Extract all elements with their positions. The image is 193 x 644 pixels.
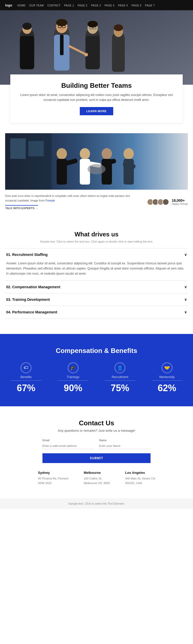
svg-point-5 [22, 23, 32, 30]
accordion-title-2: 02. Compensation Management [6, 285, 60, 289]
compensation-title: Compensation & Benefits [5, 347, 188, 355]
svg-point-24 [114, 24, 123, 31]
avatar [162, 199, 169, 205]
office-address-la: 340 Main St, Venice CA 902291, USA [125, 476, 155, 486]
accordion-header-2[interactable]: 02. Compensation Management ∨ [5, 281, 188, 293]
nav-page5[interactable]: PAGE 5 [118, 4, 128, 7]
name-input[interactable] [99, 443, 151, 449]
svg-rect-4 [20, 36, 34, 69]
nav-page4[interactable]: PAGE 4 [104, 4, 114, 7]
accordion-title-3: 03. Training Development [6, 297, 50, 302]
team-stats: 18,000+ Happy Hirings [147, 198, 188, 205]
avatars-group [147, 199, 169, 205]
offices: Sydney 45 Pirrama Rd, Pyrmont NSW 2022 M… [5, 471, 188, 486]
team-image [5, 133, 188, 190]
nav-page1[interactable]: PAGE 1 [64, 4, 74, 7]
comp-item-mentorship: 🤝 Mentorship 62% [152, 362, 182, 393]
nav-page2[interactable]: PAGE 2 [78, 4, 87, 7]
stats-text: 18,000+ Happy Hirings [172, 198, 188, 205]
svg-rect-42 [10, 138, 26, 159]
svg-rect-16 [85, 36, 100, 69]
team-section: Duis aute irure dolor in reprehenderit i… [0, 133, 193, 210]
email-input[interactable] [42, 443, 94, 449]
team-body-text: Duis aute irure dolor in reprehenderit i… [5, 194, 142, 203]
what-drives-title: What drives us [5, 231, 188, 238]
intro-description: Lorem ipsum dolor sit amet, consectetur … [18, 93, 175, 102]
accordion-header-3[interactable]: 03. Training Development ∨ [5, 293, 188, 306]
comp-item-benefits: 🏷 Benefits 67% [11, 362, 41, 393]
stats-number: 18,000+ [172, 198, 188, 203]
accordion-body-1: Answer. Lorem ipsum dolor sit amet, cons… [5, 261, 188, 281]
svg-rect-43 [28, 141, 44, 156]
footer: Sample text. Click to select the Text El… [0, 498, 193, 509]
svg-point-20 [87, 21, 98, 27]
benefits-percent: 67% [11, 383, 41, 393]
team-text-block: Duis aute irure dolor in reprehenderit i… [5, 194, 147, 210]
contact-form: Email Name [42, 439, 151, 449]
email-label: Email [42, 439, 94, 442]
recruitment-percent: 75% [104, 383, 135, 393]
svg-rect-9 [60, 35, 64, 55]
contact-section: Contact Us Any questions or remarks? Jus… [0, 406, 193, 498]
mentorship-percent: 62% [152, 383, 182, 393]
learn-more-button[interactable]: LEARN MORE [80, 107, 113, 115]
team-info: Duis aute irure dolor in reprehenderit i… [5, 194, 188, 210]
svg-point-13 [56, 19, 67, 26]
hero-image [0, 10, 193, 85]
submit-button[interactable]: SUBMIT [42, 453, 151, 463]
office-la: Los Angeles 340 Main St, Venice CA 90229… [125, 471, 155, 486]
contact-title: Contact Us [5, 419, 188, 427]
mentorship-icon: 🤝 [162, 362, 172, 373]
office-city-melbourne: Melbourne [84, 471, 110, 475]
svg-rect-23 [112, 39, 125, 72]
freepik-link[interactable]: Freepik [46, 199, 55, 202]
contact-tagline: Any questions or remarks? Just write us … [5, 429, 188, 432]
recruitment-icon: 👤 [115, 362, 125, 373]
compensation-section: Compensation & Benefits 🏷 Benefits 67% 🎓… [0, 334, 193, 406]
accordion-title-1: 01. Recruitment Staffing [6, 253, 48, 257]
accordion-arrow-2: ∨ [184, 285, 187, 289]
svg-point-37 [124, 148, 134, 159]
accordion-item-1: 01. Recruitment Staffing ∨ Answer. Lorem… [5, 248, 188, 281]
trainings-label: Trainings [58, 375, 89, 381]
svg-point-34 [102, 148, 112, 159]
nav-home[interactable]: HOME [17, 4, 25, 7]
what-drives-section: What drives us Sample text. Click to sel… [0, 223, 193, 326]
footer-text: Sample text. Click to select the Text El… [5, 502, 188, 505]
nav-page3[interactable]: PAGE 3 [91, 4, 101, 7]
nav-page6[interactable]: PAGE 6 [131, 4, 141, 7]
what-drives-subtitle: Sample text. Click to select the text bo… [5, 240, 188, 243]
benefits-label: Benefits [11, 375, 41, 381]
accordion-item-4: 04. Performance Management ∨ [5, 306, 188, 319]
trainings-percent: 90% [58, 383, 89, 393]
trainings-icon: 🎓 [68, 362, 78, 373]
accordion-arrow-1: ∨ [184, 253, 187, 257]
accordion: 01. Recruitment Staffing ∨ Answer. Lorem… [5, 248, 188, 319]
benefits-icon: 🏷 [21, 362, 31, 373]
svg-point-31 [80, 148, 90, 159]
office-city-la: Los Angeles [125, 471, 155, 475]
nav-contact[interactable]: CONTACT [47, 4, 60, 7]
accordion-title-4: 04. Performance Management [6, 310, 57, 314]
name-label: Name [99, 439, 151, 442]
svg-point-26 [84, 53, 88, 56]
accordion-arrow-3: ∨ [184, 297, 187, 302]
accordion-header-4[interactable]: 04. Performance Management ∨ [5, 306, 188, 318]
nav-links: HOME OUR TEAM CONTACT PAGE 1 PAGE 2 PAGE… [17, 3, 155, 7]
office-address-melbourne: 163 Collins St, Melbourne VIC 3000 [84, 476, 110, 486]
comp-item-trainings: 🎓 Trainings 90% [58, 362, 89, 393]
stats-label: Happy Hirings [172, 203, 188, 205]
intro-title: Building Better Teams [18, 82, 175, 90]
nav-page7[interactable]: PAGE 7 [145, 4, 155, 7]
office-address-sydney: 45 Pirrama Rd, Pyrmont NSW 2022 [38, 476, 68, 486]
intro-card: Building Better Teams Lorem ipsum dolor … [10, 74, 183, 123]
nav-our-team[interactable]: OUR TEAM [29, 4, 44, 7]
accordion-arrow-4: ∨ [184, 310, 187, 314]
office-melbourne: Melbourne 163 Collins St, Melbourne VIC … [84, 471, 110, 486]
office-sydney: Sydney 45 Pirrama Rd, Pyrmont NSW 2022 [38, 471, 68, 486]
svg-point-40 [87, 164, 106, 174]
accordion-header-1[interactable]: 01. Recruitment Staffing ∨ [5, 248, 188, 261]
nav-logo[interactable]: logo [5, 3, 12, 7]
accordion-item-2: 02. Compensation Management ∨ [5, 281, 188, 293]
talk-with-experts-link[interactable]: TALK WITH EXPERTS → [5, 205, 38, 210]
